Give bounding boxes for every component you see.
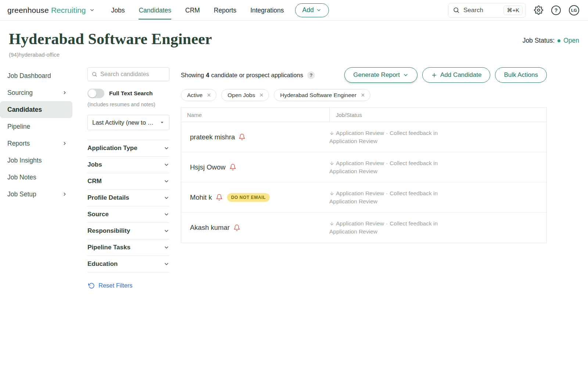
sidebar-item-job-dashboard[interactable]: Job Dashboard — [0, 67, 72, 84]
candidates-main: Showing 4 candidate or prospect applicat… — [181, 67, 547, 243]
job-status-cell: Application Review·Collect feedback in A… — [329, 189, 438, 206]
filter-section-application-type[interactable]: Application Type — [87, 140, 169, 157]
bulk-actions-button[interactable]: Bulk Actions — [495, 67, 547, 83]
add-button[interactable]: Add — [295, 3, 329, 17]
user-avatar[interactable]: LG — [569, 5, 579, 15]
table-row[interactable]: Akash kumar Application Review·Collect f… — [181, 213, 546, 243]
filter-section-profile-details[interactable]: Profile Details — [87, 190, 169, 206]
chevron-down-icon — [164, 211, 169, 217]
stage-down-arrow-icon — [329, 131, 334, 136]
chevron-right-icon — [62, 141, 67, 146]
chevron-down-icon — [164, 245, 169, 250]
job-status-cell: Application Review·Collect feedback in A… — [329, 159, 438, 175]
candidate-name-link[interactable]: prateek mishra — [190, 133, 235, 141]
stage-down-arrow-icon — [329, 161, 334, 166]
full-text-search-note: (Includes resumes and notes) — [87, 101, 169, 107]
sidebar-item-job-notes[interactable]: Job Notes — [0, 169, 72, 186]
filter-section-pipeline-tasks[interactable]: Pipeline Tasks — [87, 239, 169, 256]
full-text-search-toggle[interactable] — [87, 89, 104, 98]
sidebar-item-job-setup[interactable]: Job Setup — [0, 186, 72, 203]
add-candidate-button[interactable]: Add Candidate — [422, 67, 490, 83]
sidebar-item-pipeline[interactable]: Pipeline — [0, 118, 72, 135]
results-summary: Showing 4 candidate or prospect applicat… — [181, 71, 315, 79]
alert-bell-icon — [216, 194, 223, 201]
nav-jobs[interactable]: Jobs — [111, 1, 125, 19]
reset-filters-button[interactable]: Reset Filters — [87, 282, 169, 289]
filter-chip-job: Hyderabad Software Engineer — [274, 89, 370, 101]
candidate-search-input[interactable] — [100, 71, 165, 78]
chevron-down-icon — [164, 228, 169, 234]
candidate-search-field[interactable] — [87, 67, 169, 81]
candidate-name-link[interactable]: Hsjsj Owow — [190, 163, 226, 171]
sidebar-item-candidates[interactable]: Candidates — [0, 101, 72, 118]
sidebar-item-reports[interactable]: Reports — [0, 135, 72, 152]
undo-arrow-icon — [88, 282, 95, 289]
generate-report-button[interactable]: Generate Report — [344, 67, 417, 83]
sidebar-item-job-insights[interactable]: Job Insights — [0, 152, 72, 169]
global-search[interactable]: ⌘+K — [448, 3, 526, 18]
job-status-value[interactable]: Open — [563, 37, 579, 44]
filter-section-responsibility[interactable]: Responsibility — [87, 223, 169, 239]
job-status-cell: Application Review·Collect feedback in A… — [329, 220, 438, 236]
chevron-down-icon — [316, 7, 322, 13]
nav-integrations[interactable]: Integrations — [250, 1, 284, 19]
table-row[interactable]: Hsjsj Owow Application Review·Collect fe… — [181, 152, 546, 182]
chevron-down-icon — [164, 261, 169, 267]
results-count: 4 — [206, 72, 209, 79]
action-buttons: Generate Report Add Candidate Bulk Actio… — [344, 67, 547, 83]
alert-bell-icon — [233, 224, 240, 231]
status-dot-icon — [557, 39, 560, 42]
help-icon[interactable]: ? — [551, 6, 561, 15]
job-office-subtitle: (94)hyderabad-office — [9, 51, 212, 58]
content-area: Job Dashboard Sourcing Candidates Pipeli… — [0, 67, 588, 289]
filter-section-jobs[interactable]: Jobs — [87, 157, 169, 173]
close-icon[interactable] — [259, 93, 264, 97]
filter-section-education[interactable]: Education — [87, 256, 169, 272]
settings-gear-icon[interactable] — [534, 6, 543, 15]
nav-reports[interactable]: Reports — [214, 1, 236, 19]
nav-crm[interactable]: CRM — [185, 1, 200, 19]
sidebar-item-sourcing[interactable]: Sourcing — [0, 84, 72, 101]
filter-chip-open-jobs: Open Jobs — [221, 89, 269, 101]
stage-down-arrow-icon — [329, 221, 334, 226]
close-icon[interactable] — [207, 93, 211, 97]
close-icon[interactable] — [361, 93, 365, 97]
top-navigation-bar: greenhouse Recruiting Jobs Candidates CR… — [0, 0, 588, 21]
logo-product-text: Recruiting — [51, 6, 86, 15]
sort-dropdown-value: Last Activity (new to … — [92, 119, 154, 126]
chevron-down-icon — [164, 162, 169, 168]
help-question-icon[interactable]: ? — [307, 71, 315, 79]
column-header-job-status: Job/Status — [329, 108, 546, 122]
greenhouse-logo[interactable]: greenhouse Recruiting — [7, 6, 95, 15]
candidate-name-link[interactable]: Mohit k — [190, 193, 212, 202]
alert-bell-icon — [239, 133, 245, 140]
toggle-knob — [88, 89, 96, 97]
table-header: Name Job/Status — [181, 108, 546, 122]
plus-icon — [431, 72, 437, 78]
add-button-label: Add — [302, 6, 314, 14]
filter-panel: Full Text Search (Includes resumes and n… — [87, 67, 169, 289]
active-filter-chips: Active Open Jobs Hyderabad Software Engi… — [181, 89, 547, 101]
candidate-name-link[interactable]: Akash kumar — [190, 224, 230, 232]
job-sidebar: Job Dashboard Sourcing Candidates Pipeli… — [0, 67, 85, 203]
page-title: Hyderabad Software Engineer — [9, 30, 212, 48]
job-status: Job Status: Open — [523, 37, 579, 44]
filter-section-source[interactable]: Source — [87, 206, 169, 223]
filter-section-crm[interactable]: CRM — [87, 173, 169, 190]
reset-filters-label: Reset Filters — [98, 282, 133, 289]
primary-nav: Jobs Candidates CRM Reports Integrations — [111, 1, 284, 19]
sort-dropdown[interactable]: Last Activity (new to … — [87, 115, 169, 130]
full-text-search-row: Full Text Search — [87, 89, 169, 98]
topbar-right-group: ⌘+K ? LG — [448, 3, 579, 18]
stage-down-arrow-icon — [329, 191, 334, 196]
table-row[interactable]: Mohit k DO NOT EMAIL Application Review·… — [181, 182, 546, 213]
alert-bell-icon — [229, 164, 236, 171]
results-header: Showing 4 candidate or prospect applicat… — [181, 67, 547, 83]
table-row[interactable]: prateek mishra Application Review·Collec… — [181, 122, 546, 152]
global-search-input[interactable] — [463, 7, 500, 14]
nav-candidates[interactable]: Candidates — [139, 1, 171, 19]
chevron-down-icon — [164, 178, 169, 184]
chevron-right-icon — [62, 192, 67, 197]
column-header-name: Name — [181, 108, 329, 122]
search-icon — [453, 7, 460, 14]
